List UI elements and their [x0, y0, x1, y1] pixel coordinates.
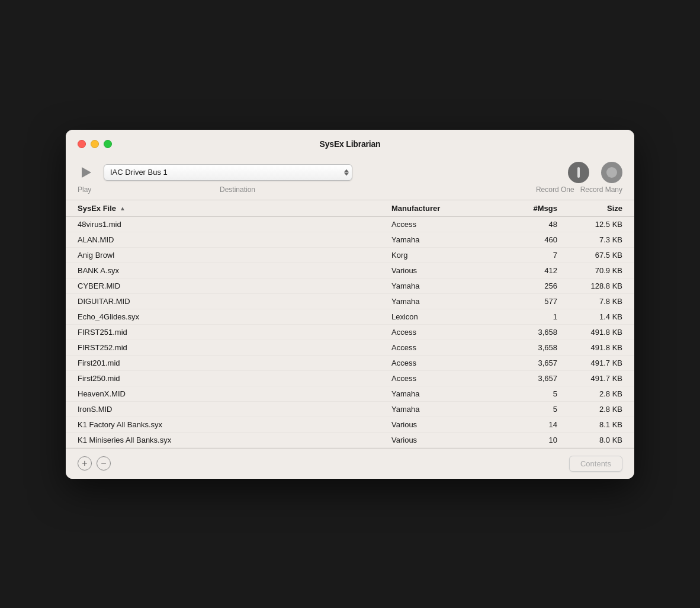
cell-size: 491.7 KB — [557, 359, 622, 367]
cell-filename: First250.mid — [78, 374, 391, 383]
cell-size: 67.5 KB — [557, 251, 622, 260]
cell-filename: FIRST252.mid — [78, 343, 391, 352]
cell-manufacturer: Yamaha — [391, 235, 498, 244]
remove-button[interactable]: − — [97, 456, 111, 471]
cell-filename: Anig Browl — [78, 251, 391, 260]
window-title: SysEx Librarian — [320, 139, 381, 149]
cell-msgs: 14 — [498, 420, 557, 429]
table-row[interactable]: HeavenX.MID Yamaha 5 2.8 KB — [66, 386, 634, 402]
cell-msgs: 577 — [498, 297, 557, 306]
table-row[interactable]: K1 Factory All Banks.syx Various 14 8.1 … — [66, 417, 634, 433]
table-row[interactable]: K1 Miniseries All Banks.syx Various 10 8… — [66, 433, 634, 448]
cell-msgs: 460 — [498, 235, 557, 244]
table-row[interactable]: Echo_4Glides.syx Lexicon 1 1.4 KB — [66, 309, 634, 325]
cell-size: 8.0 KB — [557, 436, 622, 444]
cell-size: 7.3 KB — [557, 235, 622, 244]
cell-manufacturer: Various — [391, 420, 498, 429]
play-label: Play — [78, 185, 105, 194]
cell-manufacturer: Yamaha — [391, 281, 498, 290]
cell-filename: ALAN.MID — [78, 235, 391, 244]
cell-msgs: 3,658 — [498, 343, 557, 352]
cell-size: 12.5 KB — [557, 220, 622, 229]
cell-manufacturer: Various — [391, 266, 498, 275]
table-row[interactable]: FIRST252.mid Access 3,658 491.8 KB — [66, 340, 634, 356]
cell-filename: Echo_4Glides.syx — [78, 312, 391, 321]
main-window: SysEx Librarian IAC Driver Bus 1 — [66, 130, 634, 479]
cell-filename: 48virus1.mid — [78, 220, 391, 229]
titlebar: SysEx Librarian — [66, 130, 634, 155]
cell-filename: BANK A.syx — [78, 266, 391, 275]
cell-filename: FIRST251.mid — [78, 328, 391, 337]
cell-msgs: 256 — [498, 281, 557, 290]
cell-size: 128.8 KB — [557, 281, 622, 290]
record-many-icon — [601, 162, 622, 183]
record-one-button[interactable] — [568, 162, 589, 183]
cell-filename: First201.mid — [78, 359, 391, 367]
cell-manufacturer: Yamaha — [391, 389, 498, 398]
cell-msgs: 48 — [498, 220, 557, 229]
add-button[interactable]: + — [78, 456, 92, 471]
cell-msgs: 5 — [498, 389, 557, 398]
cell-filename: IronS.MID — [78, 405, 391, 414]
cell-manufacturer: Access — [391, 374, 498, 383]
cell-size: 491.8 KB — [557, 328, 622, 337]
traffic-lights — [78, 140, 112, 148]
footer: + − Contents — [66, 448, 634, 479]
cell-manufacturer: Access — [391, 220, 498, 229]
cell-manufacturer: Yamaha — [391, 297, 498, 306]
cell-manufacturer: Access — [391, 328, 498, 337]
cell-manufacturer: Yamaha — [391, 405, 498, 414]
record-one-label: Record One — [536, 185, 574, 194]
destination-wrapper: IAC Driver Bus 1 — [104, 164, 352, 181]
record-many-label: Record Many — [580, 185, 622, 194]
table-row[interactable]: First201.mid Access 3,657 491.7 KB — [66, 356, 634, 371]
cell-msgs: 412 — [498, 266, 557, 275]
table-row[interactable]: First250.mid Access 3,657 491.7 KB — [66, 371, 634, 386]
cell-filename: HeavenX.MID — [78, 389, 391, 398]
cell-msgs: 3,657 — [498, 374, 557, 383]
table-row[interactable]: CYBER.MID Yamaha 256 128.8 KB — [66, 279, 634, 294]
table-row[interactable]: BANK A.syx Various 412 70.9 KB — [66, 263, 634, 279]
cell-size: 491.8 KB — [557, 343, 622, 352]
record-many-inner — [606, 167, 617, 178]
cell-size: 8.1 KB — [557, 420, 622, 429]
cell-size: 70.9 KB — [557, 266, 622, 275]
close-button[interactable] — [78, 140, 86, 148]
col-msgs[interactable]: #Msgs — [498, 204, 557, 213]
table-row[interactable]: 48virus1.mid Access 48 12.5 KB — [66, 217, 634, 232]
cell-size: 2.8 KB — [557, 405, 622, 414]
cell-manufacturer: Various — [391, 436, 498, 444]
maximize-button[interactable] — [104, 140, 112, 148]
record-many-button[interactable] — [601, 162, 622, 183]
cell-manufacturer: Lexicon — [391, 312, 498, 321]
cell-msgs: 1 — [498, 312, 557, 321]
minimize-button[interactable] — [91, 140, 99, 148]
cell-msgs: 5 — [498, 405, 557, 414]
cell-manufacturer: Korg — [391, 251, 498, 260]
sort-arrow-icon: ▲ — [120, 205, 126, 212]
table-row[interactable]: ALAN.MID Yamaha 460 7.3 KB — [66, 232, 634, 248]
table-row[interactable]: DIGUITAR.MID Yamaha 577 7.8 KB — [66, 294, 634, 309]
destination-select[interactable]: IAC Driver Bus 1 — [104, 164, 352, 181]
toolbar: IAC Driver Bus 1 — [66, 155, 634, 185]
toolbar-labels: Play Destination Record One Record Many — [66, 185, 634, 200]
cell-size: 7.8 KB — [557, 297, 622, 306]
play-button[interactable] — [78, 164, 95, 181]
cell-manufacturer: Access — [391, 343, 498, 352]
table-header: SysEx File ▲ Manufacturer #Msgs Size — [66, 200, 634, 217]
table-row[interactable]: IronS.MID Yamaha 5 2.8 KB — [66, 402, 634, 417]
cell-filename: DIGUITAR.MID — [78, 297, 391, 306]
cell-msgs: 3,658 — [498, 328, 557, 337]
table-body: 48virus1.mid Access 48 12.5 KB ALAN.MID … — [66, 217, 634, 448]
cell-size: 1.4 KB — [557, 312, 622, 321]
cell-filename: K1 Factory All Banks.syx — [78, 420, 391, 429]
table-row[interactable]: FIRST251.mid Access 3,658 491.8 KB — [66, 325, 634, 340]
destination-label: Destination — [113, 185, 362, 194]
cell-msgs: 7 — [498, 251, 557, 260]
contents-button[interactable]: Contents — [569, 456, 622, 472]
col-size[interactable]: Size — [557, 204, 622, 213]
record-one-inner — [577, 167, 580, 178]
col-manufacturer[interactable]: Manufacturer — [391, 204, 498, 213]
table-row[interactable]: Anig Browl Korg 7 67.5 KB — [66, 248, 634, 263]
col-sysex-file[interactable]: SysEx File ▲ — [78, 204, 391, 213]
